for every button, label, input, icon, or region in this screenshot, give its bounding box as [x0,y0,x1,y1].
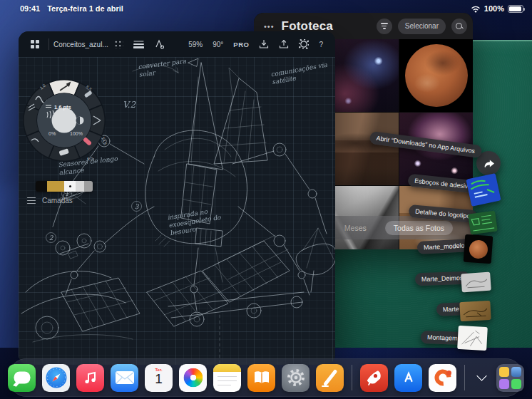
thumb-mars-model[interactable] [464,234,493,264]
dock-books-icon[interactable] [247,364,275,392]
dock-c-swirl-app-icon[interactable] [429,364,456,392]
sticker-green-circuit[interactable] [468,210,498,234]
tool-size-label: 14,5 [101,136,107,146]
opacity-max-label: 100% [70,131,83,136]
shape-pen-icon[interactable] [154,39,164,49]
pro-badge[interactable]: PRO [233,41,249,48]
dock-divider [464,365,465,390]
segment-all-photos[interactable]: Todas as Fotos [385,221,453,235]
window-options-icon[interactable]: ••• [264,22,275,31]
dock-music-icon[interactable] [76,364,104,392]
drawing-canvas[interactable]: converter para solar comunicações via sa… [19,57,335,365]
tool-wheel[interactable]: 1,0 5,5 6,0 14,5 1,6 pts 0% 100% [21,78,107,163]
concepts-toolbar: Conceitos_azul... 59% 90° PRO ? [19,31,335,57]
forward-arrow-icon [481,156,496,170]
dock-sketch-pen-icon[interactable] [316,364,344,392]
snap-grid-icon[interactable] [113,39,123,49]
dock-appstore-icon[interactable] [394,364,422,392]
dock-mail-icon[interactable] [111,364,138,392]
tool-size-label: 6,0 [87,157,93,161]
dock-app-library-icon[interactable] [496,364,524,392]
dock-messages-icon[interactable] [8,364,36,392]
swatch-gold[interactable] [47,181,64,192]
search-icon [456,23,463,30]
annotation-version: V.2 [123,100,135,110]
swatch-white-selected[interactable] [64,181,76,192]
color-palette-bar [36,181,93,192]
swatch-black[interactable] [36,181,47,192]
ipad-screen: Meses Todas as Fotos ••• Fototeca Seleci… [0,0,532,399]
thumb-montage-sketch[interactable] [457,326,488,351]
status-bar: 09:41Terça-feira 1 de abril 100% [0,0,532,17]
layers-button[interactable]: Camadas [27,197,73,204]
clock: 09:41 [20,4,40,13]
wifi-icon [471,5,481,13]
layers-label: Camadas [42,197,73,204]
settings-gear-icon[interactable] [299,39,309,49]
dock-notes-icon[interactable] [213,364,241,392]
thumb-mars-sketch[interactable] [459,301,491,321]
thumb-mars-deimos-sketch[interactable] [461,272,491,293]
help-button[interactable]: ? [319,41,323,48]
photo-mars-globe[interactable] [399,39,473,112]
dock: Ter. 1 [9,358,523,397]
dock-safari-icon[interactable] [42,364,70,392]
annotation-marker-2: 2 [46,232,56,243]
filter-icon [381,23,388,28]
chevron-down-icon [476,370,487,381]
dock-settings-icon[interactable] [282,364,310,392]
wheel-center-button [52,108,77,133]
concepts-window: Conceitos_azul... 59% 90° PRO ? [19,31,335,365]
layers-icon [27,197,36,204]
export-icon[interactable] [279,39,289,49]
battery-icon [508,5,523,13]
filter-button[interactable] [377,19,392,34]
stroke-size-value: 1,6 pts [54,104,71,110]
dock-divider [352,365,352,390]
segment-months[interactable]: Meses [344,224,367,232]
stroke-styles-icon[interactable] [133,40,144,48]
document-title[interactable]: Conceitos_azul... [53,41,108,48]
swatch-light-gray[interactable] [76,181,84,192]
gallery-grid-icon[interactable] [31,40,39,48]
dock-photos-icon[interactable] [179,364,207,392]
select-button[interactable]: Selecionar [398,19,446,34]
zoom-level[interactable]: 59% [188,41,203,48]
dock-collapse-chevron[interactable] [473,369,490,386]
photo-mars-landscape[interactable] [327,113,399,185]
battery-percent: 100% [484,4,504,13]
canvas-rotation[interactable]: 90° [213,41,223,48]
search-button[interactable] [451,19,467,34]
annotation-marker-3: 3 [131,201,142,212]
dock-rocket-app-icon[interactable] [360,364,388,392]
photo-horsehead-nebula[interactable] [327,39,399,112]
date: Terça-feira 1 de abril [47,4,123,13]
import-icon[interactable] [259,39,269,49]
swatch-gray[interactable] [84,181,93,192]
opacity-min-label: 0% [48,131,56,136]
dock-calendar-icon[interactable]: Ter. 1 [145,364,173,392]
calendar-day: 1 [145,372,173,385]
